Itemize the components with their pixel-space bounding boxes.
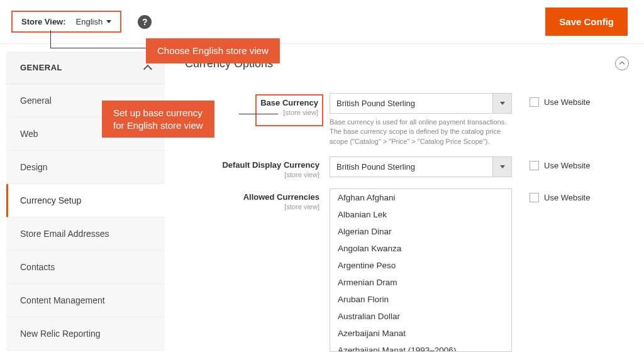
list-item[interactable]: Aruban Florin bbox=[330, 291, 511, 308]
field-default-display-currency: Default Display Currency [store view] Br… bbox=[185, 156, 639, 178]
field-control: Afghan Afghani Albanian Lek Algerian Din… bbox=[330, 188, 512, 352]
field-label: Allowed Currencies bbox=[243, 192, 319, 202]
sidebar-group-title: GENERAL bbox=[20, 63, 62, 72]
use-website-label: Use Website bbox=[544, 97, 590, 107]
use-website-checkbox[interactable] bbox=[530, 97, 539, 107]
field-control: British Pound Sterling Base currency is … bbox=[330, 93, 512, 146]
caret-down-icon bbox=[106, 20, 111, 23]
connector-line bbox=[50, 30, 146, 48]
sidebar-item-store-email[interactable]: Store Email Addresses bbox=[6, 217, 165, 251]
field-extra: Use Website bbox=[512, 156, 590, 170]
field-scope: [store view] bbox=[185, 203, 319, 210]
save-config-button[interactable]: Save Config bbox=[545, 8, 628, 36]
list-item[interactable]: Armenian Dram bbox=[330, 274, 511, 291]
store-view-label: Store View: bbox=[21, 17, 66, 26]
chevron-up-icon bbox=[619, 62, 625, 67]
caret-down-icon bbox=[500, 165, 505, 168]
select-value: British Pound Sterling bbox=[330, 157, 492, 177]
store-view-value: English bbox=[76, 17, 103, 26]
field-base-currency: Base Currency [store view] British Pound… bbox=[185, 93, 639, 146]
allowed-currencies-multiselect[interactable]: Afghan Afghani Albanian Lek Algerian Din… bbox=[330, 188, 512, 352]
field-extra: Use Website bbox=[512, 93, 590, 107]
list-item[interactable]: Argentine Peso bbox=[330, 257, 511, 274]
list-item[interactable]: Angolan Kwanza bbox=[330, 240, 511, 257]
store-view-selector: Store View: English bbox=[11, 11, 121, 33]
use-website-label: Use Website bbox=[544, 193, 590, 202]
callout-base-currency: Set up base currency for English store v… bbox=[102, 101, 214, 138]
base-currency-label-highlight: Base Currency [store view] bbox=[255, 94, 323, 126]
select-handle bbox=[492, 157, 511, 177]
use-website-label: Use Website bbox=[544, 161, 590, 170]
sidebar-item-contacts[interactable]: Contacts bbox=[6, 251, 165, 284]
field-label-wrap: Allowed Currencies [store view] bbox=[185, 188, 330, 210]
use-website-checkbox[interactable] bbox=[530, 161, 539, 170]
select-value: British Pound Sterling bbox=[330, 94, 492, 113]
sidebar-item-design[interactable]: Design bbox=[6, 151, 165, 184]
callout-choose-view: Choose English store view bbox=[146, 38, 280, 63]
list-item[interactable]: Albanian Lek bbox=[330, 206, 511, 223]
field-note: Base currency is used for all online pay… bbox=[330, 117, 512, 146]
sidebar: GENERAL General Web Design Currency Setu… bbox=[6, 52, 165, 360]
caret-down-icon bbox=[500, 102, 505, 105]
field-scope: [store view] bbox=[185, 171, 319, 178]
field-label: Default Display Currency bbox=[222, 160, 319, 170]
field-allowed-currencies: Allowed Currencies [store view] Afghan A… bbox=[185, 188, 639, 352]
sidebar-item-currency-setup[interactable]: Currency Setup bbox=[6, 184, 165, 217]
field-scope: [store view] bbox=[260, 109, 318, 116]
help-icon[interactable]: ? bbox=[138, 15, 152, 29]
list-item[interactable]: Australian Dollar bbox=[330, 308, 511, 325]
base-currency-select[interactable]: British Pound Sterling bbox=[330, 93, 512, 114]
field-label-wrap: Default Display Currency [store view] bbox=[185, 156, 330, 178]
main-content: Currency Options Base Currency [store vi… bbox=[165, 52, 639, 360]
layout: GENERAL General Web Design Currency Setu… bbox=[0, 44, 644, 360]
field-label: Base Currency bbox=[260, 98, 318, 107]
list-item[interactable]: Algerian Dinar bbox=[330, 223, 511, 240]
chevron-up-icon bbox=[143, 64, 152, 73]
sidebar-group-general[interactable]: GENERAL bbox=[6, 52, 165, 84]
list-item[interactable]: Afghan Afghani bbox=[330, 189, 511, 206]
sidebar-item-content-mgmt[interactable]: Content Management bbox=[6, 284, 165, 317]
use-website-checkbox[interactable] bbox=[530, 193, 539, 202]
field-extra: Use Website bbox=[512, 188, 590, 202]
field-control: British Pound Sterling bbox=[330, 156, 512, 177]
collapse-section-button[interactable] bbox=[615, 57, 629, 70]
list-item[interactable]: Azerbaijani Manat (1993–2006) bbox=[330, 342, 511, 352]
select-handle bbox=[492, 94, 511, 113]
sidebar-item-new-relic[interactable]: New Relic Reporting bbox=[6, 317, 165, 351]
connector-line bbox=[239, 114, 278, 114]
default-display-currency-select[interactable]: British Pound Sterling bbox=[330, 156, 512, 177]
store-view-dropdown[interactable]: English bbox=[76, 17, 112, 26]
list-item[interactable]: Azerbaijani Manat bbox=[330, 325, 511, 342]
